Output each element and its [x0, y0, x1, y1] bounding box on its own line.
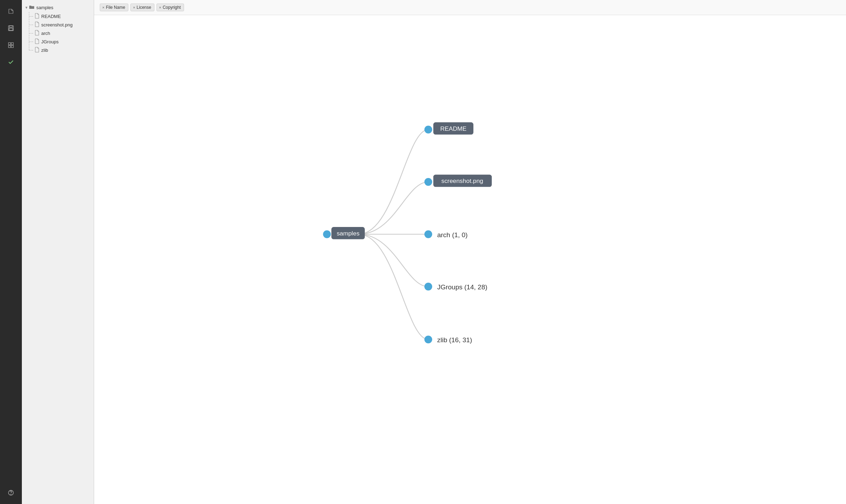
- root-folder-label: samples: [36, 5, 53, 10]
- check-icon[interactable]: [4, 55, 18, 69]
- svg-rect-3: [8, 43, 11, 45]
- help-icon[interactable]: [4, 486, 18, 500]
- save-icon[interactable]: [4, 21, 18, 35]
- filter-copyright-label: Copyright: [163, 5, 180, 10]
- svg-rect-4: [11, 43, 13, 45]
- jgroups-label: JGroups: [41, 39, 59, 44]
- close-license-icon[interactable]: ×: [133, 6, 135, 10]
- close-copyright-icon[interactable]: ×: [159, 6, 161, 10]
- tree-root-folder[interactable]: ▼ samples: [22, 3, 94, 12]
- file-icon-jgroups: [35, 38, 39, 45]
- edge-samples-jgroups: [359, 234, 429, 287]
- tree-item-jgroups[interactable]: JGroups: [22, 37, 94, 46]
- close-filename-icon[interactable]: ×: [102, 6, 104, 10]
- svg-rect-1: [10, 26, 12, 27]
- zlib-label: zlib: [41, 48, 48, 53]
- file-icon-zlib: [35, 47, 39, 54]
- folder-icon: [29, 4, 35, 11]
- svg-rect-2: [9, 28, 13, 30]
- svg-rect-5: [8, 45, 11, 48]
- edge-samples-screenshot: [359, 182, 429, 234]
- label-jgroups: JGroups (14, 28): [437, 283, 487, 291]
- main-content: × File Name × License × Copyright: [94, 0, 846, 504]
- filter-filename[interactable]: × File Name: [100, 4, 128, 11]
- dot-arch: [424, 231, 432, 238]
- label-samples: samples: [337, 230, 360, 237]
- graph-area[interactable]: samples README screenshot.png arch (1, 0…: [94, 15, 846, 504]
- graph-svg: samples README screenshot.png arch (1, 0…: [94, 15, 846, 504]
- file-icon-arch: [35, 30, 39, 37]
- filter-copyright[interactable]: × Copyright: [157, 4, 184, 11]
- tree-item-zlib[interactable]: zlib: [22, 46, 94, 54]
- app-sidebar: [0, 0, 22, 504]
- files-icon[interactable]: [4, 4, 18, 18]
- file-icon-screenshot: [35, 21, 39, 28]
- file-icon-readme: [35, 13, 39, 20]
- dot-screenshot: [424, 178, 432, 186]
- edge-samples-zlib: [359, 234, 429, 340]
- svg-point-8: [11, 494, 11, 494]
- label-arch: arch (1, 0): [437, 231, 467, 239]
- tree-item-readme[interactable]: README: [22, 12, 94, 20]
- dot-readme: [424, 126, 432, 134]
- arch-label: arch: [41, 31, 50, 36]
- filter-license[interactable]: × License: [130, 4, 154, 11]
- filter-license-label: License: [137, 5, 151, 10]
- screenshot-label: screenshot.png: [41, 22, 73, 27]
- label-readme: README: [440, 125, 466, 132]
- tree-item-screenshot[interactable]: screenshot.png: [22, 20, 94, 29]
- label-zlib: zlib (16, 31): [437, 336, 472, 344]
- readme-label: README: [41, 14, 61, 19]
- file-tree-panel: ▼ samples README: [22, 0, 94, 504]
- filter-filename-label: File Name: [106, 5, 125, 10]
- dot-zlib: [424, 336, 432, 343]
- label-screenshot: screenshot.png: [441, 177, 483, 184]
- dot-samples: [323, 231, 331, 238]
- grid-icon[interactable]: [4, 38, 18, 52]
- tree-item-arch[interactable]: arch: [22, 29, 94, 37]
- filter-bar: × File Name × License × Copyright: [94, 0, 846, 15]
- dot-jgroups: [424, 283, 432, 290]
- svg-rect-6: [11, 45, 13, 48]
- expand-icon: ▼: [25, 6, 28, 10]
- edge-samples-readme: [359, 130, 429, 234]
